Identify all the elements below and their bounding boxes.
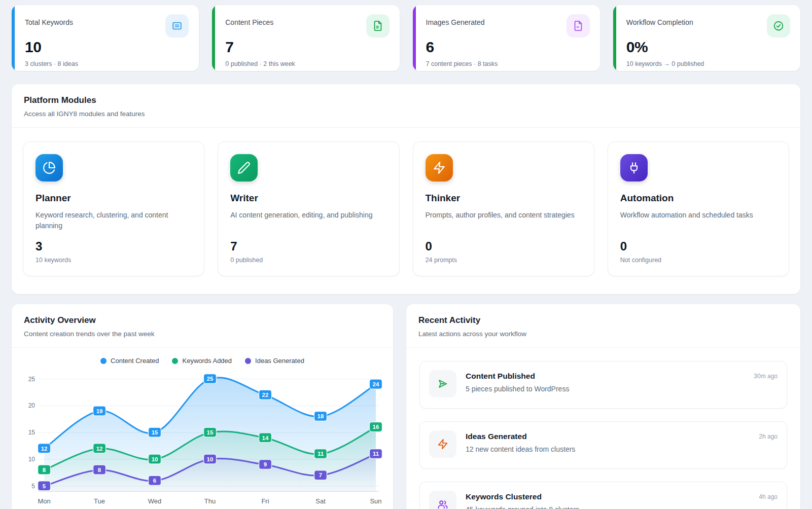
svg-text:Sat: Sat	[315, 497, 326, 505]
svg-text:12: 12	[96, 446, 103, 452]
svg-text:5: 5	[31, 483, 35, 490]
activity-line-chart: 510152025MonTueWedThuFriSatSun1219152522…	[22, 368, 383, 509]
svg-text:15: 15	[207, 429, 214, 435]
svg-text:10: 10	[28, 456, 36, 463]
stat-card-total-keywords: Total Keywords 10 3 clusters · 8 ideas	[12, 5, 199, 71]
stat-value: 10	[25, 39, 189, 56]
legend-item-keywords-added[interactable]: Keywords Added	[172, 357, 232, 365]
svg-text:18: 18	[317, 413, 324, 419]
svg-text:24: 24	[373, 381, 379, 387]
svg-text:25: 25	[28, 376, 36, 383]
pie-chart-icon	[36, 154, 63, 181]
panel-subtitle: Latest actions across your workflow	[418, 330, 788, 338]
svg-text:9: 9	[264, 461, 267, 467]
stat-label: Workflow Completion	[626, 14, 693, 26]
accent-bar	[613, 5, 616, 71]
list-icon	[165, 14, 189, 38]
legend-label: Keywords Added	[182, 357, 232, 365]
svg-text:Fri: Fri	[261, 497, 269, 505]
activity-overview-panel: Activity Overview Content creation trend…	[12, 304, 393, 509]
stat-subtext: 0 published · 2 this week	[225, 60, 389, 67]
module-subtext: Not configured	[620, 257, 776, 264]
svg-text:20: 20	[28, 402, 36, 409]
module-card-planner[interactable]: Planner Keyword research, clustering, an…	[23, 141, 204, 276]
legend-label: Ideas Generated	[255, 357, 304, 365]
accent-bar	[413, 5, 416, 71]
file-text-icon	[366, 14, 390, 38]
stat-label: Images Generated	[426, 14, 485, 26]
bottom-row: Activity Overview Content creation trend…	[12, 304, 800, 509]
stat-label: Content Pieces	[225, 14, 273, 26]
svg-text:6: 6	[153, 478, 156, 484]
stat-subtext: 7 content pieces · 8 tasks	[426, 60, 590, 67]
recent-timestamp: 4h ago	[759, 491, 778, 500]
legend-item-ideas-generated[interactable]: Ideas Generated	[245, 357, 304, 365]
svg-text:22: 22	[262, 392, 269, 398]
svg-text:16: 16	[373, 424, 379, 430]
module-description: Prompts, author profiles, and content st…	[426, 210, 582, 231]
svg-text:15: 15	[152, 429, 158, 435]
stat-value: 0%	[626, 39, 790, 56]
legend-label: Content Created	[111, 357, 159, 365]
svg-text:Wed: Wed	[148, 497, 161, 505]
module-value: 0	[426, 239, 582, 253]
svg-text:Mon: Mon	[38, 497, 50, 505]
plug-icon	[620, 154, 648, 181]
module-value: 7	[230, 239, 386, 253]
legend-dot	[100, 358, 107, 364]
module-description: Workflow automation and scheduled tasks	[620, 210, 776, 231]
recent-activity-panel: Recent Activity Latest actions across yo…	[406, 304, 800, 509]
module-value: 3	[36, 239, 192, 253]
module-subtext: 24 prompts	[426, 257, 582, 264]
stats-row: Total Keywords 10 3 clusters · 8 ideas C…	[12, 5, 800, 71]
svg-text:8: 8	[43, 467, 46, 473]
stat-value: 7	[225, 39, 389, 56]
svg-text:8: 8	[98, 467, 101, 473]
activity-chart-area: Content Created Keywords Added Ideas Gen…	[12, 348, 393, 509]
panel-title: Activity Overview	[24, 315, 381, 325]
panel-title: Recent Activity	[418, 315, 788, 325]
svg-text:10: 10	[152, 456, 158, 462]
svg-text:14: 14	[262, 435, 269, 441]
module-name: Thinker	[426, 193, 582, 204]
legend-item-content-created[interactable]: Content Created	[100, 357, 159, 365]
module-description: Keyword research, clustering, and conten…	[36, 210, 192, 231]
panel-subtitle: Content creation trends over the past we…	[24, 330, 381, 338]
module-name: Planner	[36, 193, 192, 204]
recent-description: 45 keywords grouped into 8 clusters	[466, 505, 750, 509]
pencil-icon	[230, 154, 258, 181]
module-subtext: 10 keywords	[36, 257, 192, 264]
svg-text:Sun: Sun	[370, 497, 381, 505]
module-card-automation[interactable]: Automation Workflow automation and sched…	[608, 141, 789, 276]
module-card-writer[interactable]: Writer AI content generation, editing, a…	[218, 141, 399, 276]
svg-text:25: 25	[207, 376, 214, 382]
module-subtext: 0 published	[230, 257, 386, 264]
module-name: Automation	[620, 193, 776, 204]
chart-legend: Content Created Keywords Added Ideas Gen…	[22, 357, 383, 365]
recent-title: Content Published	[466, 372, 745, 381]
recent-item-ideas-generated: Ideas Generated 12 new content ideas fro…	[419, 421, 787, 469]
svg-text:Tue: Tue	[94, 497, 105, 505]
recent-description: 12 new content ideas from clusters	[466, 445, 750, 453]
recent-description: 5 pieces published to WordPress	[466, 385, 745, 393]
svg-text:7: 7	[319, 472, 322, 478]
recent-title: Ideas Generated	[466, 432, 750, 441]
svg-text:Thu: Thu	[204, 497, 216, 505]
dashboard-page: Total Keywords 10 3 clusters · 8 ideas C…	[0, 0, 812, 509]
stat-subtext: 3 clusters · 8 ideas	[25, 60, 189, 67]
recent-title: Keywords Clustered	[466, 492, 750, 501]
legend-dot	[245, 358, 251, 364]
svg-text:12: 12	[41, 446, 48, 452]
recent-timestamp: 2h ago	[759, 430, 778, 440]
module-card-thinker[interactable]: Thinker Prompts, author profiles, and co…	[413, 141, 594, 276]
recent-timestamp: 30m ago	[754, 370, 778, 380]
recent-item-content-published: Content Published 5 pieces published to …	[419, 361, 787, 409]
legend-dot	[172, 358, 178, 364]
module-description: AI content generation, editing, and publ…	[230, 210, 386, 231]
stat-card-images-generated: Images Generated 6 7 content pieces · 8 …	[413, 5, 600, 71]
svg-text:5: 5	[43, 483, 46, 489]
stat-subtext: 10 keywords → 0 published	[626, 60, 790, 67]
stat-label: Total Keywords	[25, 14, 73, 26]
check-circle-icon	[767, 14, 790, 38]
module-value: 0	[620, 239, 776, 253]
